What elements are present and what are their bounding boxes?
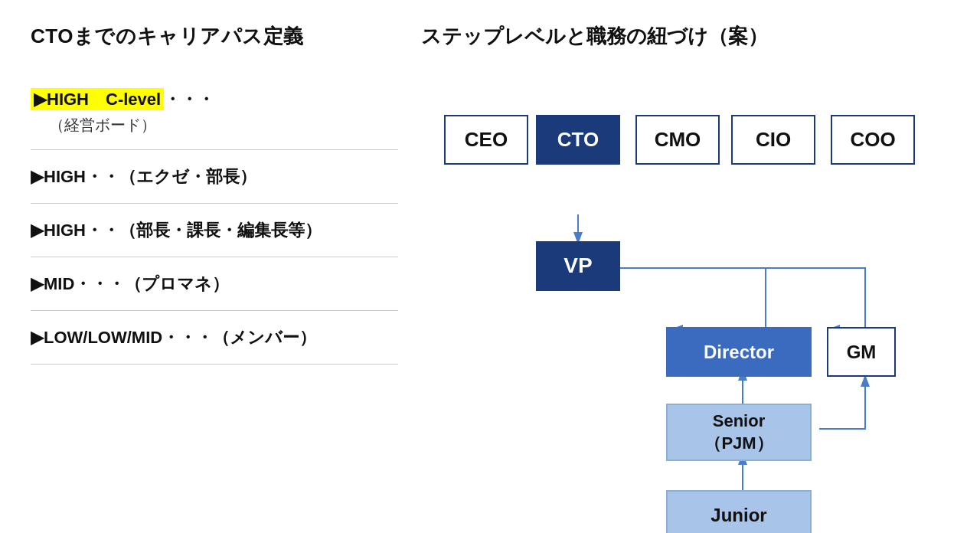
level-low: ▶LOW/LOW/MID・・・（メンバー） xyxy=(31,311,398,365)
level-clevel-text: ▶HIGH C-level・・・ xyxy=(31,87,398,112)
highlight-clevel: ▶HIGH C-level xyxy=(31,88,164,110)
org-chart: CEO CTO CMO CIO COO VP xyxy=(413,65,949,533)
level-dept: ▶HIGH・・（部長・課長・編集長等） xyxy=(31,204,398,257)
left-panel: CTOまでのキャリアパス定義 ▶HIGH C-level・・・ （経営ボード） … xyxy=(31,23,413,510)
level-mid-text: ▶MID・・・（プロマネ） xyxy=(31,271,398,296)
level-exec: ▶HIGH・・（エクゼ・部長） xyxy=(31,150,398,204)
box-coo: COO xyxy=(831,115,915,165)
level-low-text: ▶LOW/LOW/MID・・・（メンバー） xyxy=(31,325,398,350)
level-mid: ▶MID・・・（プロマネ） xyxy=(31,257,398,311)
box-junior: Junior xyxy=(666,490,812,533)
box-vp: VP xyxy=(536,241,620,291)
right-panel: ステップレベルと職務の紐づけ（案） xyxy=(413,23,949,510)
box-ceo: CEO xyxy=(444,115,528,165)
level-dept-text: ▶HIGH・・（部長・課長・編集長等） xyxy=(31,217,398,243)
sub-clevel: （経営ボード） xyxy=(49,115,398,136)
level-exec-text: ▶HIGH・・（エクゼ・部長） xyxy=(31,164,398,189)
box-director: Director xyxy=(666,327,812,377)
box-gm: GM xyxy=(827,327,896,377)
box-cio: CIO xyxy=(731,115,815,165)
left-title: CTOまでのキャリアパス定義 xyxy=(31,23,398,50)
right-title: ステップレベルと職務の紐づけ（案） xyxy=(421,23,949,50)
box-senior: Senior（PJM） xyxy=(666,404,812,461)
box-cmo: CMO xyxy=(635,115,720,165)
level-clevel: ▶HIGH C-level・・・ （経営ボード） xyxy=(31,73,398,150)
box-cto: CTO xyxy=(536,115,620,165)
